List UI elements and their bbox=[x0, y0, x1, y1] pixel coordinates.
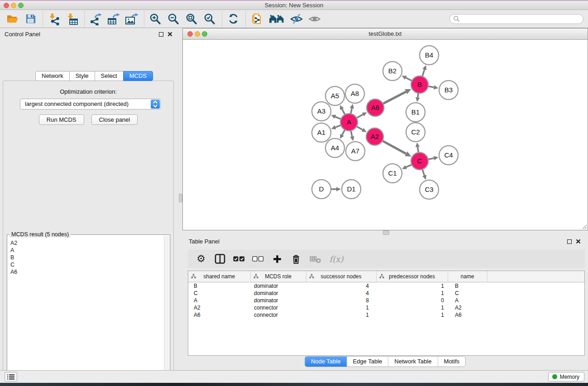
graph-node[interactable]: A5 bbox=[325, 86, 344, 105]
result-scrollbar[interactable] bbox=[164, 236, 169, 386]
import-network-icon[interactable] bbox=[47, 12, 61, 26]
tab-network-table[interactable]: Network Table bbox=[388, 357, 437, 367]
import-table-icon[interactable] bbox=[65, 12, 79, 26]
add-row-icon[interactable] bbox=[271, 253, 283, 265]
list-item[interactable]: C bbox=[9, 261, 163, 268]
eye-icon[interactable] bbox=[308, 12, 321, 26]
tab-select[interactable]: Select bbox=[95, 71, 124, 81]
deselect-all-icon[interactable] bbox=[252, 253, 264, 265]
graph-node[interactable]: A4 bbox=[325, 138, 344, 157]
graph-edge[interactable] bbox=[357, 114, 363, 118]
graph-node[interactable]: A6 bbox=[367, 99, 384, 116]
task-history-button[interactable] bbox=[5, 372, 17, 381]
graph-edge[interactable] bbox=[335, 117, 341, 119]
column-header-name[interactable]: name bbox=[448, 271, 487, 282]
table-row[interactable]: Bdominator41B bbox=[188, 282, 584, 290]
node-table[interactable]: shared name MCDS role successor nodes bbox=[188, 271, 585, 356]
criterion-dropdown[interactable]: largest connected component (directed) bbox=[20, 99, 161, 110]
graph-node[interactable]: C3 bbox=[420, 180, 439, 199]
list-item[interactable]: B bbox=[9, 254, 163, 261]
graph-edge[interactable] bbox=[335, 125, 341, 128]
graph-edge[interactable] bbox=[342, 130, 345, 135]
apply-function-icon[interactable]: f(x) bbox=[328, 253, 344, 265]
close-panel-button[interactable]: Close panel bbox=[91, 114, 138, 125]
graph-node[interactable]: B4 bbox=[420, 46, 439, 65]
tab-network[interactable]: Network bbox=[35, 71, 70, 81]
graph-node[interactable]: A7 bbox=[346, 142, 365, 161]
search-input[interactable] bbox=[462, 14, 583, 24]
graph-node[interactable]: B3 bbox=[439, 81, 458, 100]
graph-node[interactable]: B bbox=[411, 76, 428, 93]
vertical-splitter-handle[interactable] bbox=[179, 194, 182, 202]
graph-node[interactable]: C4 bbox=[439, 146, 458, 165]
graph-edge[interactable] bbox=[357, 126, 363, 130]
open-session-icon[interactable] bbox=[5, 12, 19, 26]
graph-edge[interactable] bbox=[422, 69, 425, 76]
table-row[interactable]: Cdominator41C bbox=[188, 290, 584, 297]
graph-node[interactable]: B1 bbox=[406, 103, 425, 122]
list-item[interactable]: A bbox=[9, 247, 163, 254]
zoom-fit-icon[interactable] bbox=[185, 12, 198, 26]
graph-edge[interactable] bbox=[406, 165, 412, 167]
column-header-predecessor-nodes[interactable]: predecessor nodes bbox=[376, 271, 448, 282]
graph-edge[interactable] bbox=[406, 78, 412, 81]
graph-edge[interactable] bbox=[422, 169, 425, 176]
new-session-from-network-icon[interactable] bbox=[250, 12, 263, 26]
close-panel-icon[interactable] bbox=[167, 32, 172, 37]
graph-node[interactable]: C bbox=[411, 152, 428, 170]
graph-node[interactable]: A8 bbox=[345, 84, 364, 103]
graph-edge[interactable] bbox=[418, 147, 419, 153]
graph-node[interactable]: A2 bbox=[366, 128, 383, 145]
tab-node-table[interactable]: Node Table bbox=[305, 357, 347, 367]
graph-edge[interactable] bbox=[382, 141, 406, 154]
search-field[interactable] bbox=[449, 14, 583, 24]
delete-table-icon[interactable] bbox=[309, 253, 321, 265]
graph-node[interactable]: D bbox=[312, 180, 331, 199]
delete-row-icon[interactable] bbox=[290, 253, 302, 265]
table-row[interactable]: A6connector11A6 bbox=[188, 311, 584, 319]
network-window-titlebar[interactable]: testGlobe.txt bbox=[183, 29, 588, 40]
refresh-icon[interactable] bbox=[226, 12, 240, 26]
tab-edge-table[interactable]: Edge Table bbox=[346, 357, 388, 367]
zoom-in-icon[interactable] bbox=[148, 12, 162, 26]
graph-node[interactable]: C1 bbox=[383, 164, 402, 183]
tab-style[interactable]: Style bbox=[69, 71, 95, 81]
zoom-selected-icon[interactable] bbox=[203, 12, 216, 26]
export-table-icon[interactable] bbox=[107, 12, 120, 26]
horizontal-splitter-handle[interactable] bbox=[383, 230, 389, 235]
graph-edge[interactable] bbox=[342, 109, 345, 114]
list-item[interactable]: A2 bbox=[9, 239, 163, 247]
graph-edge[interactable] bbox=[428, 158, 434, 160]
graph-node[interactable]: A3 bbox=[312, 102, 331, 121]
show-hide-icon[interactable] bbox=[290, 12, 303, 26]
float-panel-icon[interactable] bbox=[159, 32, 163, 37]
graph-node[interactable]: B2 bbox=[383, 62, 402, 81]
graph-node[interactable]: D1 bbox=[342, 180, 361, 199]
graph-node[interactable]: C2 bbox=[406, 123, 425, 142]
tab-motifs[interactable]: Motifs bbox=[437, 357, 465, 367]
tab-mcds[interactable]: MCDS bbox=[123, 71, 153, 81]
save-session-icon[interactable] bbox=[24, 12, 37, 26]
graph-edge[interactable] bbox=[351, 131, 352, 137]
column-header-successor-nodes[interactable]: successor nodes bbox=[306, 271, 376, 282]
close-panel-icon[interactable] bbox=[576, 239, 581, 244]
resize-grip-icon[interactable] bbox=[582, 224, 587, 229]
graph-edge[interactable] bbox=[428, 86, 434, 87]
show-columns-icon[interactable] bbox=[214, 253, 226, 265]
zoom-out-icon[interactable] bbox=[167, 12, 180, 26]
graph-node[interactable]: A1 bbox=[312, 123, 331, 142]
graph-edge[interactable] bbox=[351, 108, 352, 114]
table-row[interactable]: A2connector11A2 bbox=[188, 304, 584, 311]
list-item[interactable]: A6 bbox=[9, 268, 163, 276]
memory-button[interactable]: Memory bbox=[548, 372, 584, 381]
graph-edge[interactable] bbox=[383, 92, 406, 104]
export-image-icon[interactable] bbox=[125, 12, 139, 26]
select-all-icon[interactable] bbox=[233, 253, 245, 265]
graph-node[interactable]: A bbox=[340, 114, 358, 131]
network-canvas[interactable]: AA1A2A3A4A5A6A7A8BB1B2B3B4CC1C2C3C4DD1 bbox=[183, 40, 588, 230]
column-header-shared-name[interactable]: shared name bbox=[188, 271, 250, 282]
graph-edge[interactable] bbox=[418, 93, 418, 98]
table-row[interactable]: Adominator80A bbox=[188, 297, 584, 304]
export-network-icon[interactable] bbox=[89, 12, 102, 26]
first-neighbors-icon[interactable] bbox=[268, 12, 285, 26]
